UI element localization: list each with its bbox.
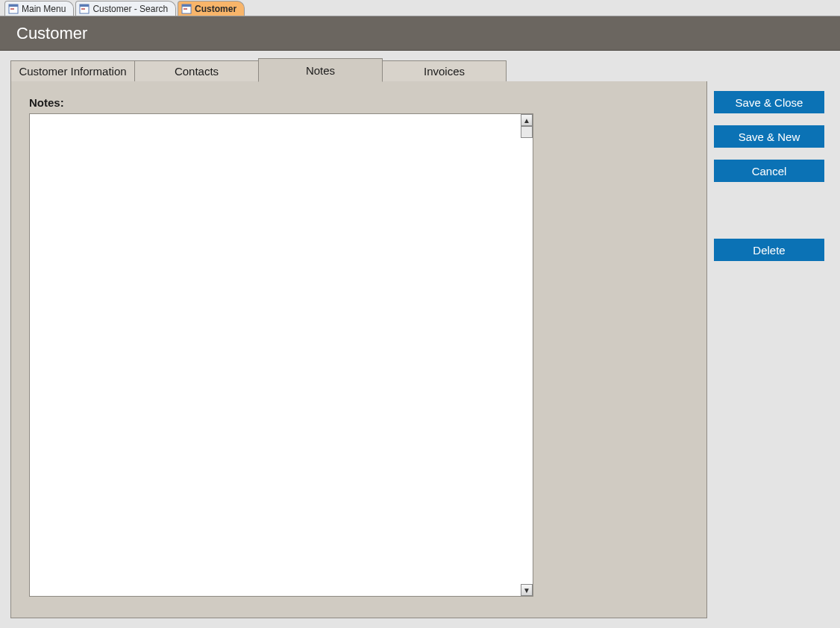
- tab-notes[interactable]: Notes: [258, 58, 383, 82]
- doc-tab-customer[interactable]: Customer: [178, 1, 245, 16]
- tab-customer-information[interactable]: Customer Information: [10, 60, 135, 82]
- svg-rect-2: [10, 8, 14, 10]
- svg-rect-7: [182, 4, 191, 7]
- tab-strip: Customer Information Contacts Notes Invo…: [10, 58, 707, 82]
- svg-rect-4: [80, 4, 89, 7]
- form-title-bar: Customer: [0, 16, 840, 51]
- svg-rect-5: [81, 8, 85, 10]
- form-title: Customer: [16, 24, 87, 43]
- tab-label: Customer Information: [19, 65, 126, 78]
- workspace: Customer Information Contacts Notes Invo…: [0, 51, 840, 628]
- svg-rect-1: [9, 4, 18, 7]
- tab-contacts[interactable]: Contacts: [134, 60, 259, 82]
- tab-control: Customer Information Contacts Notes Invo…: [10, 58, 707, 618]
- form-area: Customer Information Contacts Notes Invo…: [0, 51, 708, 628]
- doc-tab-label: Customer - Search: [93, 4, 168, 14]
- cancel-button[interactable]: Cancel: [714, 160, 824, 182]
- save-close-button[interactable]: Save & Close: [714, 91, 824, 113]
- action-button-panel: Save & Close Save & New Cancel Delete: [708, 51, 840, 628]
- form-icon: [181, 4, 192, 14]
- form-icon: [8, 4, 19, 14]
- save-new-button[interactable]: Save & New: [714, 125, 824, 148]
- tab-invoices[interactable]: Invoices: [382, 60, 507, 82]
- notes-field-wrap: ▲ ▼: [29, 113, 533, 597]
- scroll-down-button[interactable]: ▼: [521, 584, 533, 596]
- doc-tab-customer-search[interactable]: Customer - Search: [75, 1, 176, 16]
- scroll-thumb[interactable]: [521, 126, 533, 138]
- doc-tab-label: Main Menu: [22, 4, 66, 14]
- tab-label: Notes: [306, 64, 335, 77]
- tab-label: Contacts: [175, 65, 219, 78]
- notes-textarea[interactable]: [29, 113, 533, 597]
- form-icon: [79, 4, 90, 14]
- svg-rect-8: [184, 8, 187, 10]
- doc-tab-main-menu[interactable]: Main Menu: [4, 1, 74, 16]
- notes-label: Notes:: [29, 96, 692, 109]
- tab-page-notes: Notes: ▲ ▼: [10, 81, 707, 618]
- tab-label: Invoices: [424, 65, 465, 78]
- delete-button[interactable]: Delete: [714, 239, 824, 261]
- scroll-up-button[interactable]: ▲: [521, 114, 533, 126]
- document-tab-strip: Main Menu Customer - Search Customer: [0, 0, 840, 16]
- doc-tab-label: Customer: [195, 4, 236, 14]
